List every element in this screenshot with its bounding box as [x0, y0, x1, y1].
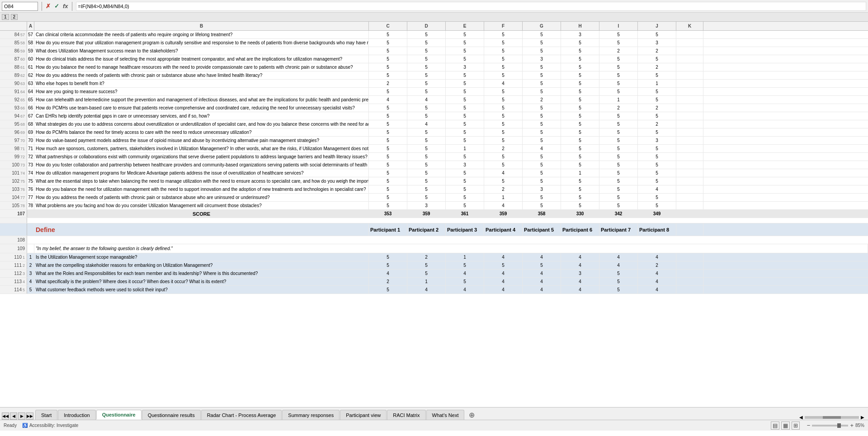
define-header-d[interactable]: Participant 2 — [407, 223, 446, 236]
cell-value-h[interactable]: 4 — [561, 253, 599, 261]
cell-col-k[interactable] — [676, 286, 703, 294]
cell-value-c[interactable]: 2 — [369, 278, 407, 285]
cell-value-g[interactable]: 5 — [523, 120, 561, 128]
cell-value-c[interactable]: 5 — [369, 104, 407, 112]
cell-value-h[interactable]: 5 — [561, 120, 599, 128]
cell-value-c[interactable]: 5 — [369, 161, 407, 169]
cell-value-e[interactable]: 5 — [446, 169, 484, 177]
cell-question-text[interactable]: What does Utilization Management success… — [34, 47, 369, 55]
cell-value-c[interactable]: 5 — [369, 253, 407, 261]
cell-value-i[interactable]: 5 — [599, 278, 638, 285]
cell-value-i[interactable]: 5 — [599, 80, 638, 87]
cell-value-e[interactable]: 4 — [446, 270, 484, 277]
tab-nav-last[interactable]: ▶▶ — [26, 412, 33, 420]
cell-value-f[interactable]: 2 — [484, 185, 523, 193]
cell-col-k[interactable] — [676, 120, 703, 128]
cell-value-i[interactable]: 5 — [599, 120, 638, 128]
define-header-j[interactable]: Participant 8 — [638, 223, 676, 236]
row-number[interactable]: 1101 — [0, 253, 27, 261]
cell-value-h[interactable]: 5 — [561, 96, 599, 104]
cell-col-a[interactable]: 4 — [27, 278, 34, 285]
zoom-out-btn[interactable]: − — [807, 422, 811, 429]
cell-col-a[interactable]: 77 — [27, 194, 34, 201]
cell-question-text[interactable]: How can telehealth and telemedicine supp… — [34, 96, 369, 104]
cell-value-j[interactable]: 5 — [638, 55, 676, 63]
cell-value-c[interactable]: 2 — [369, 80, 407, 87]
cell-value-e[interactable]: 5 — [446, 104, 484, 112]
cell-value-h[interactable]: 5 — [561, 39, 599, 47]
cell-value-f[interactable]: 5 — [484, 261, 523, 269]
cell-col-a[interactable]: 1 — [27, 253, 34, 261]
cell-value-j[interactable]: 2 — [638, 261, 676, 269]
cell-value-j[interactable]: 1 — [638, 80, 676, 87]
cell-value-h[interactable]: 3 — [561, 270, 599, 277]
row-number[interactable]: 9568 — [0, 120, 27, 128]
row-number[interactable]: 1145 — [0, 286, 27, 294]
row-number[interactable]: 9770 — [0, 137, 27, 144]
row-number[interactable]: 10376 — [0, 185, 27, 193]
cell-value-i[interactable]: 5 — [599, 153, 638, 161]
cell-value-g[interactable]: 2 — [523, 96, 561, 104]
cell-value-f[interactable]: 4 — [484, 169, 523, 177]
cell-question-text[interactable]: How do utilization management programs f… — [34, 169, 369, 177]
cell-value-c[interactable]: 5 — [369, 47, 407, 55]
cell-value-j[interactable]: 4 — [638, 185, 676, 193]
cell-value-f[interactable]: 5 — [484, 112, 523, 120]
cell-value-d[interactable]: 5 — [407, 63, 446, 71]
cell-value-f[interactable]: 5 — [484, 39, 523, 47]
cell-value-h[interactable]: 5 — [561, 202, 599, 209]
cell-value-i[interactable]: 5 — [599, 88, 638, 95]
cell-value-c[interactable]: 5 — [369, 31, 407, 38]
quote-text[interactable]: "In my belief, the answer to the followi… — [34, 244, 868, 253]
cell-value-g[interactable]: 5 — [523, 31, 561, 38]
cell-col-k[interactable] — [676, 112, 703, 120]
row-number[interactable]: 9669 — [0, 128, 27, 136]
cell-col-k[interactable] — [676, 104, 703, 112]
row-number[interactable]: 10275 — [0, 177, 27, 185]
cell-col-k[interactable] — [676, 128, 703, 136]
col-header-h[interactable]: H — [561, 22, 599, 30]
cell-value-c[interactable]: 5 — [369, 55, 407, 63]
cell-value-j[interactable]: 2 — [638, 47, 676, 55]
cell-value-g[interactable]: 5 — [523, 63, 561, 71]
cell-col-k[interactable] — [676, 71, 703, 79]
cell-value-e[interactable]: 5 — [446, 120, 484, 128]
define-header-f[interactable]: Participant 4 — [484, 223, 523, 236]
cell-question-text[interactable]: What are the essential steps to take whe… — [34, 177, 369, 185]
cell-value-j[interactable]: 5 — [638, 177, 676, 185]
cell-col-a[interactable]: 71 — [27, 145, 34, 152]
cell-value-h[interactable]: 3 — [561, 31, 599, 38]
score-i[interactable]: 342 — [599, 210, 638, 218]
col-header-k[interactable]: K — [676, 22, 703, 30]
zoom-in-btn[interactable]: + — [850, 422, 854, 429]
cell-value-f[interactable]: 5 — [484, 137, 523, 144]
cell-value-j[interactable]: 5 — [638, 128, 676, 136]
cell-value-f[interactable]: 5 — [484, 96, 523, 104]
cell-value-f[interactable]: 5 — [484, 31, 523, 38]
cell-value-e[interactable]: 3 — [446, 161, 484, 169]
cell-value-g[interactable]: 5 — [523, 194, 561, 201]
cell-value-i[interactable]: 5 — [599, 137, 638, 144]
col-header-a[interactable]: A — [27, 22, 34, 30]
cell-question-text[interactable]: What are the Roles and Responsibilities … — [34, 270, 369, 277]
cell-value-g[interactable]: 5 — [523, 112, 561, 120]
cell-question-text[interactable]: How do you ensure that your utilization … — [34, 39, 369, 47]
cell-value-e[interactable]: 4 — [446, 286, 484, 294]
cell-value-g[interactable]: 4 — [523, 253, 561, 261]
row-number[interactable]: 1134 — [0, 278, 27, 285]
cell-question-text[interactable]: What specifically is the problem? Where … — [34, 278, 369, 285]
cell-col-a[interactable]: 63 — [27, 80, 34, 87]
cell-value-e[interactable]: 1 — [446, 253, 484, 261]
cell-value-i[interactable]: 4 — [599, 261, 638, 269]
cell-value-e[interactable]: 5 — [446, 71, 484, 79]
define-cell-a[interactable] — [27, 223, 34, 236]
cell-value-i[interactable]: 5 — [599, 145, 638, 152]
cancel-icon[interactable]: ✗ — [46, 3, 51, 9]
cell-value-h[interactable]: 5 — [561, 177, 599, 185]
cell-value-d[interactable]: 5 — [407, 80, 446, 87]
row-number[interactable]: 8558 — [0, 39, 27, 47]
cell-value-c[interactable]: 5 — [369, 128, 407, 136]
cell-value-h[interactable]: 5 — [561, 194, 599, 201]
cell-value-h[interactable]: 5 — [561, 71, 599, 79]
cell-value-j[interactable]: 3 — [638, 39, 676, 47]
